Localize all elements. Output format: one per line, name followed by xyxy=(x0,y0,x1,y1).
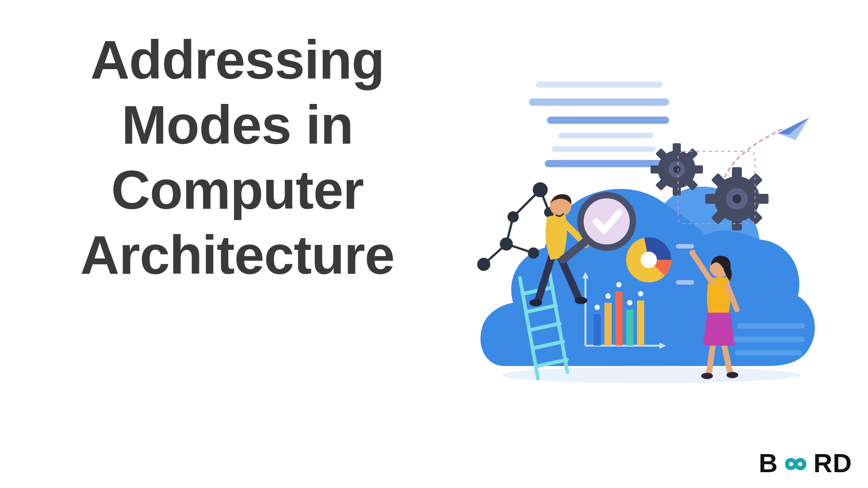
svg-point-51 xyxy=(638,291,643,296)
svg-point-49 xyxy=(616,282,622,287)
svg-rect-2 xyxy=(547,117,669,124)
svg-rect-29 xyxy=(758,194,769,204)
svg-point-59 xyxy=(501,239,512,249)
svg-point-48 xyxy=(605,293,611,299)
svg-rect-8 xyxy=(737,323,805,328)
svg-rect-36 xyxy=(676,244,694,249)
svg-rect-27 xyxy=(732,220,742,230)
svg-rect-4 xyxy=(552,146,656,152)
svg-point-83 xyxy=(701,373,713,379)
svg-point-14 xyxy=(673,166,680,173)
svg-point-58 xyxy=(478,259,489,270)
svg-point-60 xyxy=(509,212,518,221)
svg-rect-3 xyxy=(558,133,653,138)
svg-rect-26 xyxy=(732,167,742,178)
svg-point-35 xyxy=(641,252,657,268)
hero-illustration xyxy=(470,77,827,398)
title-line-2: Modes in xyxy=(122,94,353,155)
infinity-icon xyxy=(779,455,812,473)
svg-rect-44 xyxy=(615,291,623,346)
svg-rect-37 xyxy=(676,280,694,285)
svg-rect-15 xyxy=(673,143,681,152)
svg-point-73 xyxy=(529,299,542,306)
svg-rect-46 xyxy=(637,300,644,346)
title-line-1: Addressing xyxy=(90,29,384,90)
gear-icon xyxy=(705,167,769,230)
svg-point-11 xyxy=(502,367,800,383)
svg-rect-10 xyxy=(735,350,802,356)
svg-point-47 xyxy=(594,305,600,310)
gear-icon xyxy=(651,143,703,196)
svg-rect-45 xyxy=(626,310,633,346)
svg-rect-43 xyxy=(604,303,612,346)
title-line-3: Computer xyxy=(111,160,364,220)
title-line-4: Architecture xyxy=(80,225,395,285)
svg-rect-16 xyxy=(673,187,681,196)
svg-rect-18 xyxy=(694,165,703,174)
logo-text-right: RD xyxy=(813,448,852,478)
svg-point-61 xyxy=(529,249,538,258)
logo-text-left: B xyxy=(759,448,778,478)
svg-point-50 xyxy=(627,300,632,305)
brand-logo: B RD xyxy=(759,448,852,478)
title-heading: Addressing Modes in Computer Architectur… xyxy=(57,27,418,287)
text-lines-icon xyxy=(529,81,669,167)
svg-point-25 xyxy=(732,194,741,203)
svg-point-86 xyxy=(689,250,696,256)
cloud-icon xyxy=(481,187,815,383)
svg-rect-17 xyxy=(651,165,660,174)
svg-rect-0 xyxy=(536,81,662,88)
svg-rect-1 xyxy=(529,99,669,106)
svg-rect-28 xyxy=(705,194,716,204)
svg-rect-42 xyxy=(594,314,601,346)
svg-point-62 xyxy=(534,183,547,196)
svg-point-84 xyxy=(726,372,738,378)
svg-rect-9 xyxy=(728,337,805,342)
page-title: Addressing Modes in Computer Architectur… xyxy=(57,27,418,287)
svg-point-74 xyxy=(575,297,587,304)
svg-rect-5 xyxy=(545,160,662,167)
